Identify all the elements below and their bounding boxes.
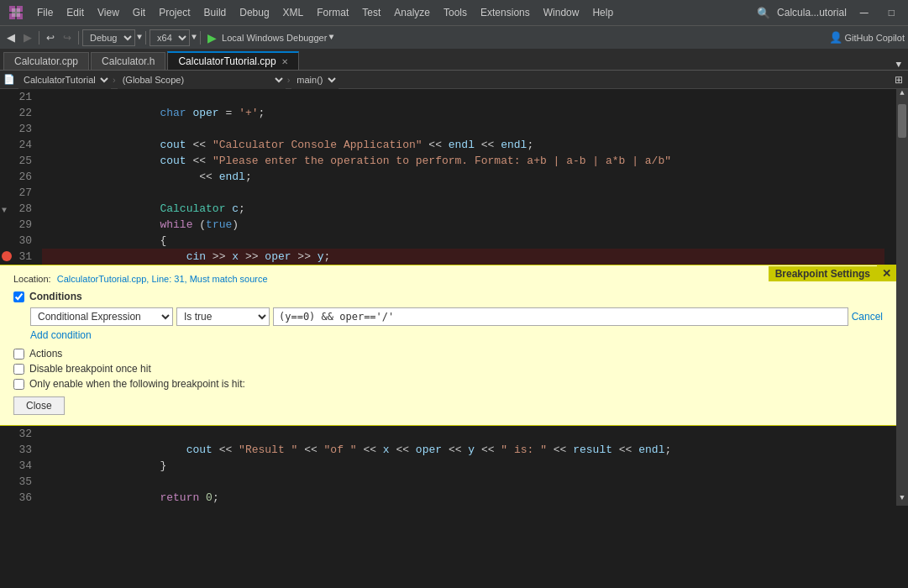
bp-conditions-section: Conditions Conditional Expression Hit Co… [13, 291, 883, 341]
line-26: 26 [0, 169, 42, 185]
menu-tools[interactable]: Tools [437, 3, 474, 22]
bp-actions-checkbox[interactable] [13, 349, 24, 360]
minimize-btn[interactable]: ─ [853, 6, 875, 19]
code-line-32: cout << "Result " << "of " << x << oper … [42, 426, 884, 442]
code-line-27: Calculator c; [42, 185, 884, 201]
line-25: 25 [0, 153, 42, 169]
bp-conditions-checkbox[interactable] [13, 291, 24, 302]
code-top-region: 21 22 23 24 25 26 27 ▼ 28 29 30 31 [0, 89, 896, 506]
search-icon[interactable]: 🔍 [757, 7, 770, 19]
editor-area: 21 22 23 24 25 26 27 ▼ 28 29 30 31 [0, 89, 908, 506]
scroll-down-btn[interactable]: ▼ [896, 494, 908, 506]
menu-test[interactable]: Test [355, 3, 387, 22]
bp-actions-label: Actions [29, 348, 62, 360]
line-36: 36 [0, 490, 42, 506]
breadcrumb-scope-select[interactable]: (Global Scope) [118, 71, 286, 89]
bp-condition-value-input[interactable] [273, 307, 848, 326]
toolbar: ◀ ▶ ↩ ↪ Debug ▼ x64 ▼ ▶ Local Windows De… [0, 25, 908, 49]
tab-calculatortutorial-cpp[interactable]: CalculatorTutorial.cpp ✕ [167, 51, 298, 70]
line-30: 30 [0, 233, 42, 249]
bp-enable-when-checkbox[interactable] [13, 379, 24, 390]
line-35: 35 [0, 474, 42, 490]
redo-btn[interactable]: ↪ [60, 32, 75, 44]
code-top-lines: 21 22 23 24 25 26 27 ▼ 28 29 30 31 [0, 89, 896, 265]
bp-panel-title-label: Breakpoint Settings [769, 266, 877, 281]
menu-file[interactable]: File [30, 3, 60, 22]
menu-window[interactable]: Window [537, 3, 586, 22]
breadcrumb-member-select[interactable]: main() [291, 71, 339, 89]
bp-disable-once-checkbox[interactable] [13, 364, 24, 375]
line-28: ▼ 28 [0, 201, 42, 217]
undo-btn[interactable]: ↩ [43, 32, 58, 44]
code-bottom-lines: 32 33 34 35 36 cout << "Result " << "of … [0, 426, 896, 506]
menu-xml[interactable]: XML [276, 3, 311, 22]
bp-condition-row: Conditional Expression Hit Count Filter … [30, 307, 883, 326]
bp-disable-once-row: Disable breakpoint once hit [13, 363, 883, 375]
code-content-bottom[interactable]: cout << "Result " << "of " << x << oper … [42, 426, 896, 506]
line-22: 22 [0, 105, 42, 121]
bp-panel-titlebar: Breakpoint Settings ✕ [769, 265, 896, 281]
line-27: 27 [0, 185, 42, 201]
tab-calculatortutorial-cpp-close[interactable]: ✕ [281, 57, 288, 66]
tab-calculator-h[interactable]: Calculator.h [91, 52, 165, 70]
bp-disable-once-label: Disable breakpoint once hit [29, 363, 151, 375]
line-21: 21 [0, 89, 42, 105]
bp-location-link[interactable]: CalculatorTutorial.cpp, Line: 31, Must m… [57, 274, 268, 284]
line-32: 32 [0, 426, 42, 442]
menu-project[interactable]: Project [152, 3, 197, 22]
menu-help[interactable]: Help [585, 3, 620, 22]
scroll-thumb[interactable] [898, 104, 906, 138]
title-bar: File Edit View Git Project Build Debug X… [0, 0, 908, 25]
menu-format[interactable]: Format [310, 3, 355, 22]
line-numbers-bottom: 32 33 34 35 36 [0, 426, 42, 506]
maximize-btn[interactable]: □ [882, 7, 901, 18]
app-title: Calcula...utorial [777, 7, 847, 18]
tab-overflow-arrow[interactable]: ▼ [895, 60, 901, 70]
bp-condition-type-select[interactable]: Conditional Expression Hit Count Filter [30, 307, 173, 326]
menu-git[interactable]: Git [126, 3, 152, 22]
breadcrumb-expand-btn[interactable]: ⊞ [890, 74, 908, 86]
menu-build[interactable]: Build [197, 3, 234, 22]
line-24: 24 [0, 137, 42, 153]
forward-btn[interactable]: ▶ [20, 31, 35, 44]
tab-calculator-cpp[interactable]: Calculator.cpp [3, 52, 89, 70]
bp-panel-close-x-btn[interactable]: ✕ [877, 265, 896, 281]
platform-arrow[interactable]: ▼ [192, 33, 197, 42]
vertical-scrollbar[interactable]: ▲ ▼ [896, 89, 908, 506]
code-line-21: char oper = '+'; [42, 89, 884, 105]
back-btn[interactable]: ◀ [3, 31, 18, 44]
bp-enable-when-label: Only enable when the following breakpoin… [29, 378, 245, 390]
bp-close-panel-btn[interactable]: Close [13, 396, 65, 415]
start-debugger-btn[interactable]: ▶ [204, 31, 220, 45]
code-line-30: cin >> x >> oper >> y; [42, 233, 884, 249]
line-29: 29 [0, 217, 42, 233]
menu-analyze[interactable]: Analyze [387, 3, 437, 22]
menu-view[interactable]: View [91, 3, 126, 22]
menu-edit[interactable]: Edit [60, 3, 91, 22]
platform-select[interactable]: x64 [150, 29, 190, 46]
tab-calculator-cpp-label: Calculator.cpp [14, 55, 78, 67]
debugger-arrow[interactable]: ▼ [328, 33, 333, 42]
bp-add-condition-link[interactable]: Add condition [30, 329, 92, 341]
code-content-top[interactable]: char oper = '+'; cout << "Calculator Con… [42, 89, 896, 265]
bp-conditions-header: Conditions [13, 291, 883, 302]
debugger-label: Local Windows Debugger [222, 33, 327, 43]
bp-cancel-btn[interactable]: Cancel [852, 311, 883, 323]
line-numbers-top: 21 22 23 24 25 26 27 ▼ 28 29 30 31 [0, 89, 42, 265]
scroll-up-btn[interactable]: ▲ [896, 89, 908, 101]
debug-config-arrow[interactable]: ▼ [137, 33, 142, 42]
breadcrumb-bar: 📄 CalculatorTutorial › (Global Scope) › … [0, 71, 908, 89]
bp-condition-when-select[interactable]: Is true When changed [176, 307, 270, 326]
collapse-28-icon[interactable]: ▼ [2, 202, 7, 218]
menu-extensions[interactable]: Extensions [474, 3, 537, 22]
menu-debug[interactable]: Debug [233, 3, 276, 22]
bp-actions-row: Actions [13, 348, 883, 360]
bp-add-condition-row: Add condition [30, 329, 883, 341]
debug-config-select[interactable]: Debug [82, 29, 135, 46]
code-line-35: return 0; [42, 474, 884, 490]
bp-enable-when-row: Only enable when the following breakpoin… [13, 378, 883, 390]
breadcrumb-project-select[interactable]: CalculatorTutorial [18, 71, 111, 89]
bp-location-label: Location: [13, 274, 51, 284]
tab-calculator-h-label: Calculator.h [102, 55, 155, 67]
bp-location-row: Location: CalculatorTutorial.cpp, Line: … [13, 274, 883, 284]
